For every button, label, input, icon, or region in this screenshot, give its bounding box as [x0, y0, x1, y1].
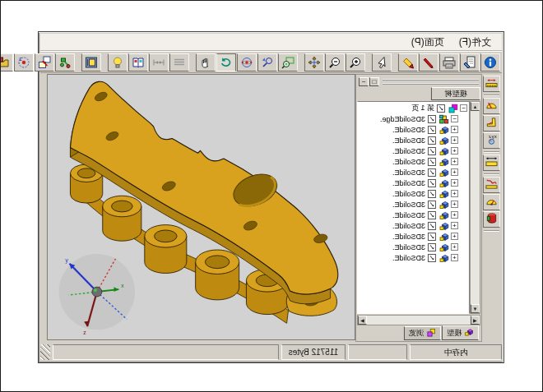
folder-cube-button[interactable] — [0, 53, 13, 71]
visibility-checkbox[interactable]: ✓ — [428, 211, 436, 219]
expand-icon[interactable]: + — [451, 254, 458, 261]
tree-row[interactable]: −✓3DSolidEdge. — [358, 113, 469, 124]
collapse-icon[interactable]: − — [451, 115, 458, 122]
pan-hand-button[interactable] — [196, 53, 216, 71]
protractor-button[interactable] — [484, 98, 501, 114]
tree-row[interactable]: +✓3DSolidE. — [358, 145, 469, 156]
zoom-in-button[interactable] — [346, 53, 365, 71]
dimension-gray-button[interactable] — [149, 53, 169, 71]
tree-row[interactable]: +✓3DSolidE. — [358, 220, 469, 231]
select-cursor-button[interactable] — [372, 53, 392, 71]
zoom-out-button[interactable] — [325, 53, 345, 71]
visibility-checkbox[interactable]: ✓ — [428, 190, 436, 198]
panel-grip-handle[interactable] — [383, 79, 479, 85]
scroll-up-button[interactable]: ▲ — [471, 102, 480, 111]
tree-node-label: 3DSolidE. — [392, 222, 425, 230]
move-arrows-icon — [308, 56, 321, 69]
visibility-checkbox[interactable]: ✓ — [428, 179, 436, 187]
visibility-checkbox[interactable]: ✓ — [428, 115, 436, 123]
red-cylinder-button[interactable] — [484, 211, 501, 228]
panel-maximize-button[interactable]: □ — [369, 77, 379, 86]
assembly-button[interactable] — [55, 53, 75, 71]
image-panel-button[interactable] — [81, 53, 101, 71]
scroll-down-button[interactable]: ▼ — [471, 304, 480, 313]
zoom-window-button[interactable] — [278, 53, 298, 71]
curve-measure-button[interactable] — [484, 177, 501, 193]
info-button[interactable] — [480, 53, 500, 71]
expand-icon[interactable]: + — [451, 158, 458, 165]
svg-text:y: y — [66, 257, 69, 264]
layers-gray-button[interactable] — [169, 53, 189, 71]
tree-row[interactable]: +✓3DSolidE. — [358, 135, 469, 145]
expand-icon[interactable]: + — [451, 168, 458, 176]
expand-icon[interactable]: + — [451, 211, 458, 219]
expand-icon[interactable]: + — [451, 190, 458, 197]
window-resize-grip[interactable] — [40, 344, 50, 360]
angle-measure-button[interactable] — [484, 115, 501, 131]
visibility-checkbox[interactable]: ✓ — [428, 233, 436, 241]
red-pen-button[interactable] — [419, 53, 439, 71]
visibility-checkbox[interactable]: ✓ — [437, 104, 445, 113]
tree-row[interactable]: +✓3DSolidE. — [358, 199, 469, 210]
expand-icon[interactable]: + — [451, 222, 458, 229]
visibility-checkbox[interactable]: ✓ — [428, 243, 436, 251]
scroll-left-button[interactable]: ◀ — [471, 316, 480, 325]
light-bulb-button[interactable] — [108, 53, 128, 71]
tree-row[interactable]: +✓3DSolidE. — [358, 231, 469, 242]
panel-tab-model[interactable]: 模型 — [442, 325, 479, 340]
3d-viewport[interactable]: y z x — [47, 74, 355, 340]
measure-length-button[interactable] — [484, 76, 501, 92]
window-arrow-button[interactable] — [35, 53, 54, 71]
tree-row[interactable]: −✓第 1 页 — [358, 103, 469, 113]
tree-row[interactable]: +✓3DSolidE. — [358, 156, 469, 167]
toolbar-group — [397, 53, 500, 71]
move-arrows-button[interactable] — [304, 53, 324, 71]
tree-row[interactable]: +✓3DSolidE. — [358, 124, 469, 135]
visibility-checkbox[interactable]: ✓ — [428, 147, 436, 155]
tree-horizontal-scrollbar[interactable]: ◀ ▶ — [357, 315, 480, 325]
expand-icon[interactable]: + — [451, 147, 458, 154]
orbit-button[interactable] — [237, 53, 257, 71]
scroll-right-button[interactable]: ▶ — [358, 316, 367, 325]
visibility-checkbox[interactable]: ✓ — [428, 126, 436, 134]
expand-icon[interactable]: + — [451, 126, 458, 133]
light-bulb-icon — [111, 56, 124, 69]
expand-icon[interactable]: + — [451, 243, 458, 251]
render-brush-button[interactable] — [398, 53, 418, 71]
svg-text:2: 2 — [19, 57, 21, 62]
collapse-icon[interactable]: − — [460, 104, 467, 112]
visibility-checkbox[interactable]: ✓ — [428, 254, 436, 262]
panel-tab-browse[interactable]: 浏览 — [404, 326, 441, 340]
menu-item-file[interactable]: 文件(F) — [452, 34, 499, 51]
visibility-checkbox[interactable]: ✓ — [428, 158, 436, 166]
dynamic-zoom-button[interactable] — [258, 53, 277, 71]
circular-pattern-icon: 2 — [17, 56, 30, 69]
tree-row[interactable]: +✓3DSolidE. — [358, 210, 469, 220]
expand-icon[interactable]: + — [451, 136, 458, 144]
panel-grip[interactable]: □ − — [357, 76, 480, 87]
material-book-button[interactable] — [128, 53, 148, 71]
xyz-coordinate-icon: xyz — [486, 133, 499, 149]
visibility-checkbox[interactable]: ✓ — [428, 201, 436, 209]
expand-icon[interactable]: + — [451, 233, 458, 240]
visibility-checkbox[interactable]: ✓ — [428, 168, 436, 177]
tree-row[interactable]: +✓3DSolidE. — [358, 252, 469, 263]
circular-pattern-button[interactable]: 2 — [14, 53, 34, 71]
rotate-view-button[interactable] — [216, 53, 236, 71]
distance-ruler-button[interactable] — [484, 154, 501, 171]
panel-minimize-button[interactable]: − — [359, 77, 369, 86]
tree-row[interactable]: +✓3DSolidE. — [358, 167, 469, 178]
printer-button[interactable] — [439, 53, 459, 71]
visibility-checkbox[interactable]: ✓ — [428, 136, 436, 145]
expand-icon[interactable]: + — [451, 201, 458, 208]
doc-pen-button[interactable] — [460, 53, 480, 71]
tree-row[interactable]: +✓3DSolidE. — [358, 242, 469, 252]
tree-row[interactable]: +✓3DSolidE. — [358, 178, 469, 188]
xyz-coordinate-button[interactable]: xyz — [484, 132, 501, 149]
tree-vertical-scrollbar[interactable]: ▲ ▼ — [470, 101, 480, 314]
visibility-checkbox[interactable]: ✓ — [428, 222, 436, 230]
gauge-button[interactable] — [484, 194, 501, 210]
tree-row[interactable]: +✓3DSolidE. — [358, 188, 469, 199]
menu-item-page[interactable]: 页面(P) — [404, 34, 452, 51]
expand-icon[interactable]: + — [451, 179, 458, 187]
